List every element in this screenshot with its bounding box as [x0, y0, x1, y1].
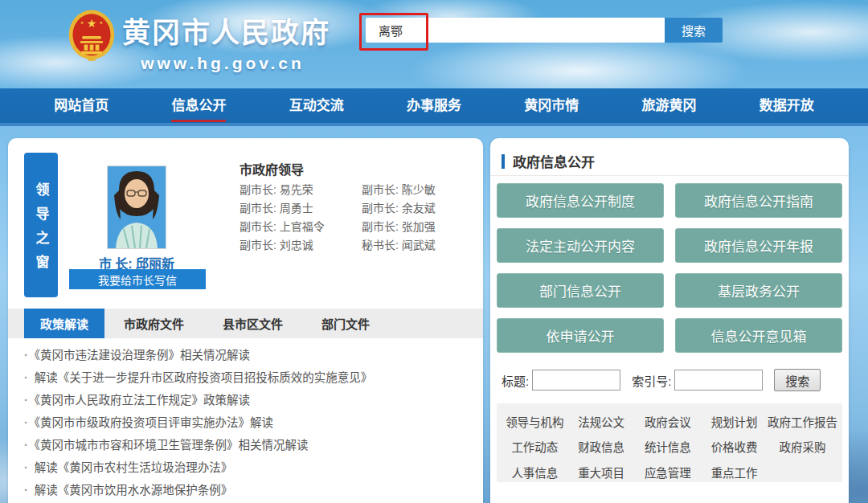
btn-annual-report[interactable]: 政府信息公开年报 — [675, 228, 842, 263]
document-search-row: 标题: 索引号: 搜索 — [502, 369, 839, 391]
list-item[interactable]: 解读《关于进一步提升市区政府投资项目招投标质效的实施意见》 — [24, 366, 474, 389]
link-personnel[interactable]: 人事信息 — [502, 464, 568, 481]
header-search-input[interactable] — [366, 18, 665, 43]
info-links-grid: 领导与机构 法规公文 政府会议 规划计划 政府工作报告 工作动态 财政信息 统计… — [497, 403, 842, 482]
nav-item-label: 数据开放 — [760, 98, 814, 113]
list-item[interactable]: 《黄冈市城市市容和环境卫生管理条例》相关情况解读 — [24, 434, 474, 456]
nav-item-services[interactable]: 办事服务 — [407, 89, 461, 122]
link-procurement[interactable]: 政府采购 — [768, 438, 837, 455]
leader-item[interactable]: 副市长: 易先荣 — [240, 183, 362, 196]
nav-item-info-disclosure[interactable]: 信息公开 — [171, 89, 226, 122]
svg-text:★: ★ — [87, 17, 97, 30]
link-pricing-fees[interactable]: 价格收费 — [701, 438, 768, 455]
site-header: ★ ★ ★ 黄冈市人民政府 www.hg.gov.cn 搜索 — [0, 0, 868, 88]
write-to-mayor-button[interactable]: 我要给市长写信 — [69, 269, 206, 289]
svg-text:★: ★ — [99, 20, 103, 25]
svg-text:★: ★ — [80, 20, 84, 25]
site-url: www.hg.gov.cn — [122, 54, 323, 73]
btn-disclosure-on-request[interactable]: 依申请公开 — [497, 318, 664, 353]
link-statistics[interactable]: 统计信息 — [635, 438, 702, 455]
header-search: 搜索 — [366, 18, 723, 43]
nav-item-label: 信息公开 — [171, 98, 226, 113]
link-major-projects[interactable]: 重大项目 — [568, 464, 635, 481]
btn-disclosure-system[interactable]: 政府信息公开制度 — [497, 183, 664, 218]
document-tab-bar: 政策解读 市政府文件 县市区文件 部门文件 — [8, 309, 483, 338]
list-item[interactable]: 解读《黄冈市农村生活垃圾治理办法》 — [24, 456, 474, 479]
nav-item-interaction[interactable]: 互动交流 — [289, 89, 344, 122]
info-panel-header: 政府信息公开 — [502, 151, 595, 171]
header-search-button[interactable]: 搜索 — [665, 18, 723, 43]
link-gov-meetings[interactable]: 政府会议 — [635, 413, 702, 430]
nav-item-label: 旅游黄冈 — [642, 98, 697, 113]
link-work-reports[interactable]: 政府工作报告 — [768, 413, 837, 430]
divider — [490, 175, 849, 176]
leader-item[interactable]: 副市长: 张加强 — [362, 220, 481, 233]
nav-item-label: 办事服务 — [407, 98, 461, 113]
nav-item-label: 黄冈市情 — [524, 98, 579, 113]
document-search-button[interactable]: 搜索 — [774, 369, 821, 391]
link-key-work[interactable]: 重点工作 — [701, 464, 768, 481]
national-emblem-icon: ★ ★ ★ — [68, 10, 116, 63]
leader-item[interactable]: 副市长: 刘忠诚 — [240, 239, 362, 251]
title-label: 标题: — [502, 372, 529, 389]
mayor-photo — [107, 166, 166, 249]
title-search-input[interactable] — [532, 370, 620, 391]
leader-item[interactable]: 秘书长: 闻武斌 — [362, 239, 481, 251]
list-item[interactable]: 解读《黄冈市饮用水水源地保护条例》 — [24, 479, 474, 501]
leader-item[interactable]: 副市长: 余友斌 — [362, 202, 481, 215]
link-work-news[interactable]: 工作动态 — [502, 438, 568, 455]
link-emergency-mgmt[interactable]: 应急管理 — [635, 464, 702, 481]
index-number-label: 索引号: — [632, 372, 671, 389]
header-accent-bar — [502, 154, 505, 169]
gov-leaders-title: 市政府领导 — [240, 159, 304, 178]
site-title-block: 黄冈市人民政府 www.hg.gov.cn — [122, 10, 323, 73]
link-leaders-orgs[interactable]: 领导与机构 — [502, 413, 568, 430]
site-title: 黄冈市人民政府 — [122, 10, 323, 51]
policy-interpretation-list: 《黄冈市违法建设治理条例》相关情况解读 解读《关于进一步提升市区政府投资项目招投… — [24, 344, 474, 501]
list-item[interactable]: 《黄冈市市级政府投资项目评审实施办法》解读 — [24, 411, 474, 434]
nav-item-tourism[interactable]: 旅游黄冈 — [642, 89, 697, 122]
tab-policy-interpretation[interactable]: 政策解读 — [24, 309, 104, 338]
tab-county-documents[interactable]: 县市区文件 — [203, 309, 302, 338]
btn-department-disclosure[interactable]: 部门信息公开 — [497, 273, 664, 308]
nav-item-label: 互动交流 — [289, 98, 344, 113]
nav-item-home[interactable]: 网站首页 — [54, 89, 108, 122]
info-panel-title: 政府信息公开 — [513, 151, 595, 171]
leader-item[interactable]: 副市长: 陈少敏 — [362, 183, 481, 196]
info-disclosure-panel: 政府信息公开 政府信息公开制度 政府信息公开指南 法定主动公开内容 政府信息公开… — [490, 138, 849, 503]
btn-statutory-content[interactable]: 法定主动公开内容 — [497, 228, 664, 263]
nav-item-open-data[interactable]: 数据开放 — [760, 89, 814, 122]
leader-item[interactable]: 副市长: 周勇士 — [240, 202, 362, 215]
link-planning[interactable]: 规划计划 — [701, 413, 768, 430]
list-item[interactable]: 《黄冈市人民政府立法工作规定》政策解读 — [24, 389, 474, 411]
tab-city-gov-documents[interactable]: 市政府文件 — [104, 309, 203, 338]
info-button-grid: 政府信息公开制度 政府信息公开指南 法定主动公开内容 政府信息公开年报 部门信息… — [497, 183, 842, 353]
btn-suggestion-box[interactable]: 信息公开意见箱 — [675, 318, 842, 353]
index-number-input[interactable] — [674, 370, 763, 391]
leader-window-tab[interactable]: 领导之窗 — [24, 153, 58, 297]
leader-item[interactable]: 副市长: 上官福令 — [240, 220, 362, 233]
list-item[interactable]: 《黄冈市违法建设治理条例》相关情况解读 — [24, 344, 474, 366]
link-finance-info[interactable]: 财政信息 — [568, 438, 635, 455]
main-nav: 网站首页 信息公开 互动交流 办事服务 黄冈市情 旅游黄冈 数据开放 — [0, 88, 868, 126]
gov-leaders-list: 副市长: 易先荣 副市长: 陈少敏 副市长: 周勇士 副市长: 余友斌 副市长:… — [240, 183, 481, 251]
link-regulations[interactable]: 法规公文 — [568, 413, 635, 430]
btn-disclosure-guide[interactable]: 政府信息公开指南 — [675, 183, 842, 218]
btn-grassroots-disclosure[interactable]: 基层政务公开 — [675, 273, 842, 308]
nav-item-label: 网站首页 — [54, 98, 108, 113]
nav-item-city-profile[interactable]: 黄冈市情 — [524, 89, 579, 122]
leader-panel: 领导之窗 市 长: 邱丽新 我要给市长写信 市政府领导 副市长: 易先荣 副市长… — [8, 138, 483, 503]
tab-department-documents[interactable]: 部门文件 — [302, 309, 389, 338]
